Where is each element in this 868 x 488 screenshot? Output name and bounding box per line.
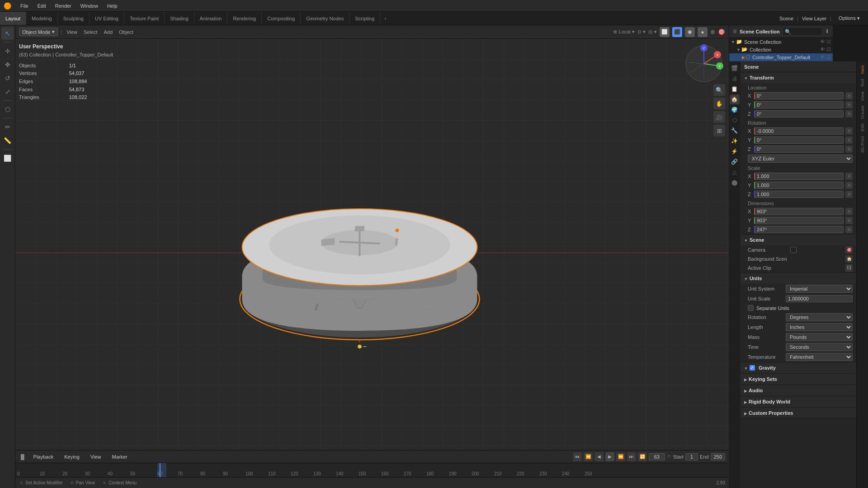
shading-rendered[interactable]: ● bbox=[698, 27, 708, 37]
tab-shading[interactable]: Shading bbox=[165, 12, 194, 25]
tab-rendering[interactable]: Rendering bbox=[227, 12, 262, 25]
start-frame-field[interactable]: 1 bbox=[685, 453, 698, 460]
current-frame-field[interactable]: 63 bbox=[649, 453, 665, 460]
props-render-icon[interactable]: 🎬 bbox=[730, 63, 740, 73]
vp-camera[interactable]: 🎥 bbox=[713, 111, 725, 123]
shading-solid[interactable]: ⬛ bbox=[672, 27, 682, 37]
props-output-icon[interactable]: 🖨 bbox=[730, 74, 740, 84]
props-data-icon[interactable]: △ bbox=[730, 167, 740, 177]
add-menu[interactable]: Add bbox=[102, 28, 114, 36]
tool-select[interactable]: ↖ bbox=[1, 27, 14, 40]
viewport-canvas[interactable]: User Perspective (63) Collection | Contr… bbox=[15, 39, 729, 450]
prev-frame[interactable]: ⏪ bbox=[584, 452, 593, 461]
shading-material[interactable]: ◉ bbox=[685, 27, 695, 37]
outliner-search[interactable] bbox=[783, 28, 822, 36]
rotation-x-field[interactable] bbox=[754, 127, 844, 135]
timeline-ruler[interactable]: 0 10 20 30 40 50 60 70 80 90 100 110 120… bbox=[15, 463, 729, 477]
transform-header[interactable]: Transform bbox=[741, 72, 856, 83]
navigation-gizmo[interactable]: X Y Z bbox=[684, 43, 724, 84]
location-z-copy[interactable]: ⎘ bbox=[845, 110, 853, 117]
menu-window[interactable]: Window bbox=[77, 2, 102, 9]
time-dropdown[interactable]: Seconds Milliseconds bbox=[786, 343, 853, 351]
vp-grid[interactable]: ⊞ bbox=[713, 125, 725, 136]
overlay-btn[interactable]: ⊗ bbox=[710, 28, 715, 35]
local-space[interactable]: ⊕ Local ▾ bbox=[613, 29, 634, 35]
dim-y-field[interactable] bbox=[754, 217, 844, 224]
rotation-mode-dropdown[interactable]: XYZ Euler bbox=[748, 155, 853, 163]
next-frame[interactable]: ⏩ bbox=[616, 452, 625, 461]
play-reverse[interactable]: ◀ bbox=[594, 452, 604, 461]
location-y-field[interactable] bbox=[754, 101, 844, 108]
tab-geometry-nodes[interactable]: Geometry Nodes bbox=[301, 12, 349, 25]
dim-z-field[interactable] bbox=[754, 226, 844, 233]
vp-hand[interactable]: ✋ bbox=[713, 98, 725, 109]
scale-z-field[interactable] bbox=[754, 191, 844, 198]
location-x-copy[interactable]: ⎘ bbox=[845, 92, 853, 99]
separate-units-checkbox[interactable] bbox=[748, 305, 754, 311]
tab-modeling[interactable]: Modeling bbox=[26, 12, 58, 25]
camera-pick[interactable]: 🎯 bbox=[845, 246, 853, 253]
temperature-dropdown[interactable]: Fahrenheit Celsius Kelvin bbox=[786, 353, 853, 361]
outliner-view-icon[interactable]: ☰ bbox=[733, 29, 737, 34]
tool-transform[interactable]: ⬡ bbox=[1, 103, 14, 116]
tool-scale[interactable]: ⤢ bbox=[1, 85, 14, 98]
dim-z-copy[interactable]: ⎘ bbox=[845, 226, 853, 233]
timeline-icon[interactable]: ▐▌ bbox=[19, 454, 26, 460]
rotation-units-dropdown[interactable]: Degrees Radians bbox=[786, 313, 853, 321]
scale-x-copy[interactable]: ⎘ bbox=[845, 173, 853, 180]
object-menu[interactable]: Object bbox=[117, 28, 135, 36]
marker-menu[interactable]: Marker bbox=[108, 453, 131, 460]
tab-texture-paint[interactable]: Texture Paint bbox=[124, 12, 165, 25]
menu-edit[interactable]: Edit bbox=[34, 2, 50, 9]
dim-x-field[interactable] bbox=[754, 208, 844, 215]
loop-toggle[interactable]: 🔁 bbox=[638, 452, 647, 461]
select-menu[interactable]: Select bbox=[82, 28, 99, 36]
unit-system-dropdown[interactable]: Imperial Metric None bbox=[786, 285, 853, 293]
jump-start[interactable]: ⏮ bbox=[573, 452, 582, 461]
active-clip-icon[interactable]: 🎞 bbox=[845, 264, 853, 272]
bg-scene-icon[interactable]: 🏠 bbox=[845, 255, 853, 263]
tool-cursor[interactable]: ✛ bbox=[1, 45, 14, 57]
scale-y-copy[interactable]: ⎘ bbox=[845, 182, 853, 189]
tab-sculpting[interactable]: Sculpting bbox=[58, 12, 90, 25]
tab-animation[interactable]: Animation bbox=[194, 12, 228, 25]
unit-scale-field[interactable] bbox=[786, 295, 853, 302]
tab-layout[interactable]: Layout bbox=[0, 12, 26, 25]
tab-add-workspace[interactable]: + bbox=[380, 14, 390, 23]
location-y-copy[interactable]: ⎘ bbox=[845, 101, 853, 108]
props-modifier-icon[interactable]: 🔧 bbox=[730, 126, 740, 136]
side-tab-tool[interactable]: Tool bbox=[859, 77, 866, 89]
props-viewlayer-icon[interactable]: 📋 bbox=[730, 84, 740, 94]
props-physics-icon[interactable]: ⚡ bbox=[730, 146, 740, 156]
menu-render[interactable]: Render bbox=[52, 2, 75, 9]
dim-x-copy[interactable]: ⎘ bbox=[845, 208, 853, 215]
tool-move[interactable]: ✥ bbox=[1, 58, 14, 71]
gravity-header[interactable]: ✓ Gravity bbox=[741, 362, 856, 373]
outliner-object[interactable]: ▶ ⬡ Controller_Topper_Default 👁 ☑ bbox=[729, 53, 833, 61]
side-tab-edit[interactable]: Edit bbox=[859, 122, 866, 133]
mass-dropdown[interactable]: Pounds Kilograms Grams bbox=[786, 333, 853, 341]
end-frame-field[interactable]: 250 bbox=[711, 453, 725, 460]
tab-uv-editing[interactable]: UV Editing bbox=[90, 12, 124, 25]
rotation-x-copy[interactable]: ⎘ bbox=[845, 127, 853, 135]
menu-help[interactable]: Help bbox=[104, 2, 121, 9]
filter-icon[interactable]: ⬇ bbox=[825, 28, 829, 34]
props-particles-icon[interactable]: ✨ bbox=[730, 136, 740, 146]
gravity-checkbox[interactable]: ✓ bbox=[750, 365, 755, 371]
shading-wireframe[interactable]: ⬜ bbox=[660, 27, 670, 37]
transform-pivot[interactable]: ⊙ ▾ bbox=[637, 29, 646, 35]
scale-z-copy[interactable]: ⎘ bbox=[845, 191, 853, 198]
side-tab-create[interactable]: Create bbox=[859, 103, 866, 121]
props-scene-icon[interactable]: 🏠 bbox=[730, 94, 740, 104]
props-constraints-icon[interactable]: 🔗 bbox=[730, 157, 740, 167]
rotation-z-copy[interactable]: ⎘ bbox=[845, 145, 853, 153]
view-menu-tl[interactable]: View bbox=[87, 453, 105, 460]
tool-annotate[interactable]: ✏ bbox=[1, 121, 14, 133]
location-z-field[interactable] bbox=[754, 110, 844, 117]
dim-y-copy[interactable]: ⎘ bbox=[845, 217, 853, 224]
jump-end[interactable]: ⏭ bbox=[627, 452, 636, 461]
props-object-icon[interactable]: ⬡ bbox=[730, 115, 740, 125]
tool-measure[interactable]: 📏 bbox=[1, 134, 14, 147]
side-tab-view[interactable]: View bbox=[859, 89, 866, 103]
props-world-icon[interactable]: 🌍 bbox=[730, 105, 740, 115]
